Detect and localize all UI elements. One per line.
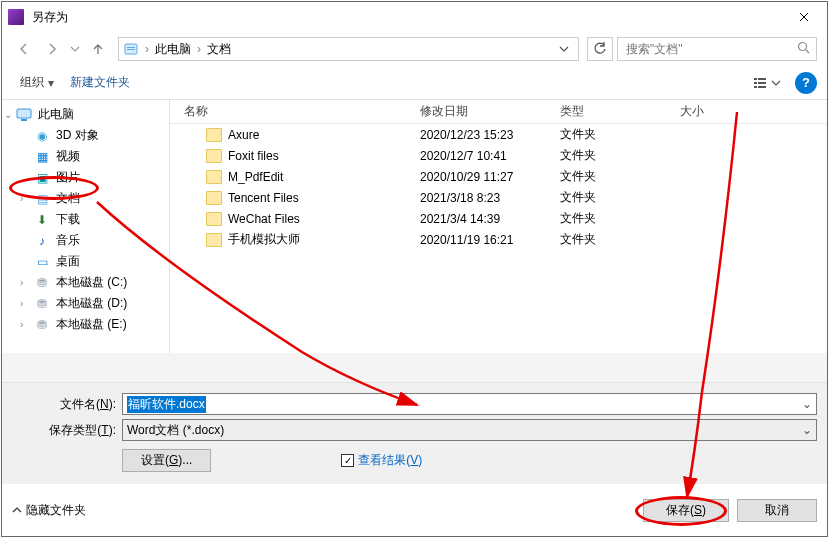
cancel-button[interactable]: 取消	[737, 499, 817, 522]
search-input[interactable]	[624, 41, 797, 57]
arrow-up-icon	[90, 41, 106, 57]
col-header-date[interactable]: 修改日期	[420, 103, 560, 120]
tree-item-8[interactable]: ›⛃本地磁盘 (D:)	[2, 293, 169, 314]
tree-item-label: 视频	[56, 148, 80, 165]
tree-item-6[interactable]: ▭桌面	[2, 251, 169, 272]
folder-tree[interactable]: ⌄ 此电脑 ◉3D 对象▦视频▣图片›▤文档⬇下载♪音乐▭桌面›⛃本地磁盘 (C…	[2, 100, 170, 353]
view-mode-button[interactable]	[749, 72, 785, 94]
save-as-dialog: 另存为 › 此电脑 › 文档	[1, 1, 828, 537]
folder-icon	[206, 233, 222, 247]
window-title: 另存为	[32, 9, 781, 26]
chevron-down-icon[interactable]: ⌄	[802, 397, 812, 411]
settings-button-label: 设置(G)...	[141, 452, 192, 469]
address-bar[interactable]: › 此电脑 › 文档	[118, 37, 579, 61]
up-button[interactable]	[86, 37, 110, 61]
tree-item-icon: ⬇	[34, 212, 50, 228]
dialog-body: ⌄ 此电脑 ◉3D 对象▦视频▣图片›▤文档⬇下载♪音乐▭桌面›⛃本地磁盘 (C…	[2, 100, 827, 353]
hide-folders-label: 隐藏文件夹	[26, 502, 86, 519]
col-header-size[interactable]: 大小	[680, 103, 760, 120]
tree-root-label: 此电脑	[38, 106, 74, 123]
file-row[interactable]: WeChat Files2021/3/4 14:39文件夹	[170, 208, 827, 229]
chevron-right-icon: ›	[20, 277, 23, 288]
filename-value: 福昕软件.docx	[127, 396, 206, 413]
svg-rect-11	[21, 119, 27, 121]
tree-item-label: 文档	[56, 190, 80, 207]
chevron-right-icon: ›	[197, 42, 201, 56]
tree-item-3[interactable]: ›▤文档	[2, 188, 169, 209]
chevron-up-icon	[12, 505, 22, 515]
titlebar: 另存为	[2, 2, 827, 32]
arrow-right-icon	[44, 41, 60, 57]
tree-item-5[interactable]: ♪音乐	[2, 230, 169, 251]
tree-item-7[interactable]: ›⛃本地磁盘 (C:)	[2, 272, 169, 293]
view-results-label[interactable]: 查看结果(V)	[358, 452, 422, 469]
chevron-right-icon: ›	[20, 319, 23, 330]
breadcrumb-sub[interactable]: 文档	[203, 41, 235, 58]
svg-rect-5	[758, 78, 766, 80]
svg-point-3	[799, 43, 807, 51]
tree-item-1[interactable]: ▦视频	[2, 146, 169, 167]
close-button[interactable]	[781, 2, 827, 32]
file-name: Axure	[228, 128, 259, 142]
chevron-down-icon	[70, 44, 80, 54]
tree-item-label: 音乐	[56, 232, 80, 249]
address-dropdown-button[interactable]	[554, 38, 574, 60]
view-results-checkbox[interactable]: ✓	[341, 454, 354, 467]
refresh-button[interactable]	[587, 37, 613, 61]
tree-item-label: 下载	[56, 211, 80, 228]
col-header-type[interactable]: 类型	[560, 103, 680, 120]
file-row[interactable]: 手机模拟大师2020/11/19 16:21文件夹	[170, 229, 827, 250]
tree-item-icon: ⛃	[34, 317, 50, 333]
file-name: WeChat Files	[228, 212, 300, 226]
columns-header: 名称 修改日期 类型 大小	[170, 100, 827, 124]
file-name: Tencent Files	[228, 191, 299, 205]
app-icon	[8, 9, 24, 25]
filetype-combobox[interactable]: Word文档 (*.docx) ⌄	[122, 419, 817, 441]
file-date: 2020/10/29 11:27	[420, 170, 560, 184]
file-date: 2020/12/23 15:23	[420, 128, 560, 142]
file-row[interactable]: Tencent Files2021/3/18 8:23文件夹	[170, 187, 827, 208]
tree-root-this-pc[interactable]: ⌄ 此电脑	[2, 104, 169, 125]
file-date: 2021/3/18 8:23	[420, 191, 560, 205]
tree-item-4[interactable]: ⬇下载	[2, 209, 169, 230]
document-folder-icon	[123, 41, 139, 57]
tree-item-label: 本地磁盘 (E:)	[56, 316, 127, 333]
file-type: 文件夹	[560, 210, 680, 227]
save-button[interactable]: 保存(S)	[643, 499, 729, 522]
recent-locations-button[interactable]	[68, 37, 82, 61]
svg-rect-10	[17, 109, 31, 118]
footer-bar: 隐藏文件夹 保存(S) 取消	[2, 484, 827, 536]
file-list[interactable]: Axure2020/12/23 15:23文件夹Foxit files2020/…	[170, 124, 827, 250]
filename-input[interactable]: 福昕软件.docx ⌄	[122, 393, 817, 415]
settings-button[interactable]: 设置(G)...	[122, 449, 211, 472]
organize-button[interactable]: 组织 ▾	[12, 70, 62, 96]
chevron-right-icon: ›	[20, 298, 23, 309]
forward-button[interactable]	[40, 37, 64, 61]
new-folder-button[interactable]: 新建文件夹	[62, 70, 138, 96]
navigation-bar: › 此电脑 › 文档	[2, 32, 827, 66]
tree-item-9[interactable]: ›⛃本地磁盘 (E:)	[2, 314, 169, 335]
help-button[interactable]: ?	[795, 72, 817, 94]
svg-rect-9	[758, 86, 766, 88]
chevron-down-icon	[559, 44, 569, 54]
breadcrumb-root[interactable]: 此电脑	[151, 41, 195, 58]
tree-item-0[interactable]: ◉3D 对象	[2, 125, 169, 146]
tree-item-label: 本地磁盘 (D:)	[56, 295, 127, 312]
hide-folders-toggle[interactable]: 隐藏文件夹	[12, 502, 86, 519]
file-row[interactable]: M_PdfEdit2020/10/29 11:27文件夹	[170, 166, 827, 187]
file-name: Foxit files	[228, 149, 279, 163]
file-row[interactable]: Axure2020/12/23 15:23文件夹	[170, 124, 827, 145]
file-name: M_PdfEdit	[228, 170, 283, 184]
tree-item-2[interactable]: ▣图片	[2, 167, 169, 188]
tree-item-label: 图片	[56, 169, 80, 186]
chevron-right-icon: ›	[20, 193, 23, 204]
file-row[interactable]: Foxit files2020/12/7 10:41文件夹	[170, 145, 827, 166]
bottom-panel: 文件名(N): 福昕软件.docx ⌄ 保存类型(T): Word文档 (*.d…	[2, 383, 827, 484]
search-box[interactable]	[617, 37, 817, 61]
file-name: 手机模拟大师	[228, 231, 300, 248]
back-button[interactable]	[12, 37, 36, 61]
col-header-name[interactable]: 名称	[170, 103, 420, 120]
folder-icon	[206, 191, 222, 205]
file-type: 文件夹	[560, 231, 680, 248]
tree-item-icon: ◉	[34, 128, 50, 144]
